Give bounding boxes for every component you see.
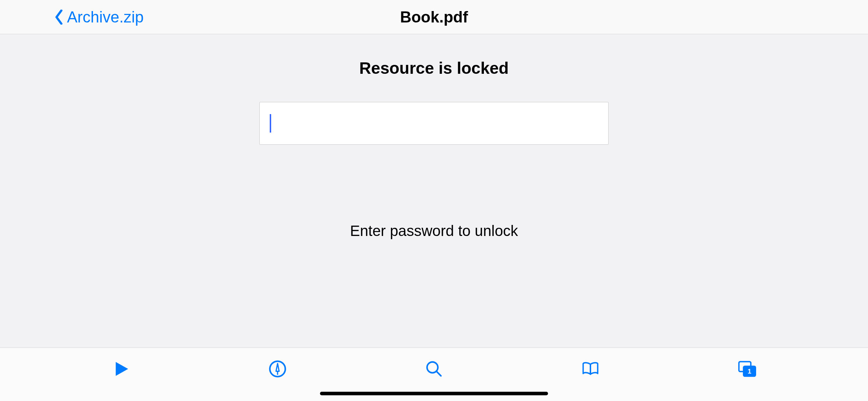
back-button[interactable]: Archive.zip (0, 8, 144, 26)
tabs-badge-count: 1 (748, 367, 751, 375)
annotate-icon (268, 360, 287, 378)
svg-marker-0 (115, 362, 128, 376)
search-button[interactable] (356, 358, 512, 380)
home-indicator[interactable] (320, 392, 548, 395)
page-title: Book.pdf (400, 8, 468, 26)
locked-heading: Resource is locked (359, 58, 508, 78)
play-button[interactable] (43, 358, 199, 380)
bookmarks-icon (581, 360, 600, 378)
tabs-button[interactable]: 1 (669, 358, 825, 380)
annotate-button[interactable] (199, 358, 356, 380)
password-field-container[interactable] (259, 102, 609, 145)
svg-line-4 (437, 372, 441, 376)
chevron-left-icon (54, 10, 64, 25)
search-icon (425, 360, 443, 378)
navigation-bar: Archive.zip Book.pdf (0, 0, 868, 34)
tabs-icon: 1 (738, 360, 756, 378)
play-icon (112, 360, 130, 378)
content-area: Resource is locked Enter password to unl… (0, 34, 868, 348)
password-hint: Enter password to unlock (350, 222, 518, 240)
back-button-label: Archive.zip (67, 8, 144, 26)
password-input[interactable] (260, 102, 608, 144)
bookmarks-button[interactable] (512, 358, 669, 380)
